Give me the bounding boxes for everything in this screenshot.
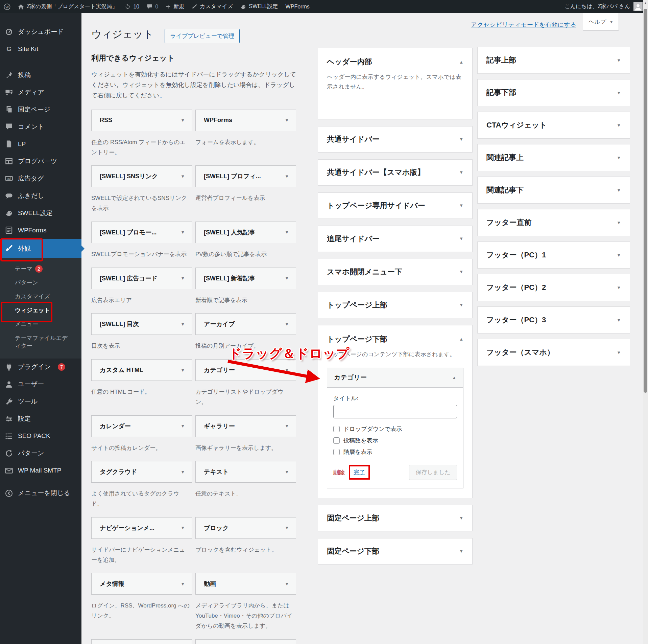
chevron-down-icon[interactable] (617, 156, 621, 160)
chevron-down-icon[interactable] (181, 174, 185, 179)
chevron-down-icon[interactable] (617, 285, 621, 290)
checkbox-option[interactable]: ドロップダウンで表示 (333, 425, 457, 433)
widget-card[interactable]: カスタム HTML (91, 359, 192, 381)
scroll-up-icon[interactable]: ▲ (644, 1, 647, 5)
title-input[interactable] (333, 405, 457, 418)
updates-menu[interactable]: 10 (121, 0, 143, 13)
chevron-down-icon[interactable] (285, 118, 289, 122)
chevron-up-icon[interactable] (459, 60, 463, 64)
chevron-down-icon[interactable] (181, 526, 185, 530)
chevron-down-icon[interactable] (459, 236, 463, 241)
sidebar-item-collapse-menu[interactable]: メニューを閉じる (0, 485, 81, 502)
sidebar-item-wp-mail-smtp[interactable]: WP Mail SMTP (0, 462, 81, 479)
sidebar-item-comments[interactable]: コメント (0, 118, 81, 135)
submenu-item-widgets[interactable]: ウィジェット (0, 304, 81, 318)
wordpress-logo-menu[interactable] (0, 0, 14, 13)
widget-card[interactable]: アーカイブ (195, 313, 296, 335)
chevron-down-icon[interactable] (617, 188, 621, 192)
widget-card[interactable]: カテゴリー (195, 359, 296, 381)
chevron-down-icon[interactable] (617, 123, 621, 128)
submenu-item-customize[interactable]: カスタマイズ (0, 290, 81, 304)
chevron-down-icon[interactable] (285, 230, 289, 234)
widget-area-panel[interactable]: 共通サイドバー【スマホ版】 (318, 159, 473, 186)
widget-card[interactable]: ナビゲーションメ... (91, 517, 192, 539)
sidebar-item-pages[interactable]: 固定ページ (0, 101, 81, 118)
checkbox[interactable] (333, 449, 340, 455)
widget-card[interactable]: [SWELL] 人気記事 (195, 222, 296, 243)
widget-area-panel[interactable]: 固定ページ下部 (318, 538, 473, 565)
done-link[interactable]: 完了 (354, 469, 365, 476)
chevron-down-icon[interactable] (285, 526, 289, 530)
chevron-down-icon[interactable] (459, 303, 463, 307)
delete-link[interactable]: 削除 (333, 468, 345, 476)
submenu-item-themes[interactable]: テーマ 2 (0, 262, 81, 276)
widget-card[interactable]: 固定ページ (91, 639, 192, 644)
chevron-down-icon[interactable] (285, 582, 289, 586)
help-tab[interactable]: ヘルプ ▼ (583, 13, 619, 31)
chevron-down-icon[interactable] (181, 368, 185, 372)
widget-area-panel[interactable]: フッター（PC）3 (477, 306, 630, 334)
chevron-down-icon[interactable] (617, 253, 621, 257)
manage-live-preview-button[interactable]: ライブプレビューで管理 (165, 29, 240, 43)
my-account-menu[interactable]: こんにちは、Z家パパ さん (565, 2, 648, 11)
widget-area-panel[interactable]: 関連記事下 (477, 177, 630, 204)
chevron-down-icon[interactable] (459, 203, 463, 208)
widget-card[interactable]: タグクラウド (91, 461, 192, 483)
category-widget-header[interactable]: カテゴリー (327, 368, 463, 388)
widget-card[interactable]: [SWELL] 新着記事 (195, 268, 296, 289)
widget-card[interactable]: メタ情報 (91, 573, 192, 595)
chevron-down-icon[interactable] (459, 516, 463, 520)
submenu-item-theme-file-editor[interactable]: テーマファイルエディター (0, 331, 81, 353)
checkbox[interactable] (333, 437, 340, 444)
submenu-item-patterns[interactable]: パターン (0, 276, 81, 290)
chevron-down-icon[interactable] (285, 276, 289, 280)
widget-card[interactable]: WPForms (195, 110, 296, 131)
widget-card[interactable]: [SWELL] 広告コード (91, 268, 192, 289)
widget-area-panel[interactable]: トップページ専用サイドバー (318, 192, 473, 219)
checkbox-option[interactable]: 階層を表示 (333, 448, 457, 456)
widget-card[interactable]: ギャラリー (195, 415, 296, 437)
widget-card[interactable]: テキスト (195, 461, 296, 483)
widget-area-panel[interactable]: フッター（PC）2 (477, 274, 630, 301)
chevron-down-icon[interactable] (617, 58, 621, 63)
submenu-item-menus[interactable]: メニュー (0, 318, 81, 331)
widget-area-panel[interactable]: 共通サイドバー (318, 126, 473, 153)
widget-card[interactable]: 最近のコメント (195, 639, 296, 644)
widget-card[interactable]: [SWELL] 目次 (91, 313, 192, 335)
widget-area-panel[interactable]: 追尾サイドバー (318, 226, 473, 252)
sidebar-item-wpforms[interactable]: WPForms (0, 222, 81, 239)
sidebar-item-appearance[interactable]: 外観 (0, 239, 81, 258)
chevron-down-icon[interactable] (181, 276, 185, 280)
sidebar-item-swell-settings[interactable]: SWELL設定 (0, 204, 81, 222)
chevron-down-icon[interactable] (181, 424, 185, 428)
sidebar-item-lp[interactable]: LP (0, 135, 81, 153)
customize-menu[interactable]: カスタマイズ (188, 0, 237, 13)
comments-menu[interactable]: 0 (143, 0, 162, 13)
widget-area-panel[interactable]: CTAウィジェット (477, 112, 630, 139)
sidebar-item-patterns-plugin[interactable]: パターン (0, 445, 81, 462)
widget-area-panel[interactable]: フッター（スマホ） (477, 339, 630, 366)
widget-area-panel[interactable]: 記事下部 (477, 79, 630, 106)
chevron-down-icon[interactable] (617, 350, 621, 355)
chevron-down-icon[interactable] (285, 470, 289, 474)
wpforms-menu[interactable]: WPForms (282, 0, 313, 13)
chevron-down-icon[interactable] (459, 549, 463, 553)
sidebar-item-posts[interactable]: 投稿 (0, 66, 81, 84)
widget-card[interactable]: 動画 (195, 573, 296, 595)
chevron-down-icon[interactable] (617, 91, 621, 95)
widget-area-panel[interactable]: トップページ上部 (318, 292, 473, 318)
sidebar-item-media[interactable]: メディア (0, 84, 81, 101)
chevron-up-icon[interactable] (459, 337, 463, 341)
chevron-down-icon[interactable] (285, 368, 289, 372)
chevron-down-icon[interactable] (181, 582, 185, 586)
checkbox[interactable] (333, 426, 340, 432)
sidebar-item-tools[interactable]: ツール (0, 393, 81, 410)
sidebar-item-fukidashi[interactable]: ふきだし (0, 187, 81, 204)
widget-area-panel[interactable]: 固定ページ上部 (318, 505, 473, 531)
sidebar-item-settings[interactable]: 設定 (0, 410, 81, 428)
widget-card[interactable]: RSS (91, 110, 192, 131)
widget-area-panel[interactable]: 記事上部 (477, 47, 630, 74)
saved-button[interactable]: 保存しました (409, 465, 457, 480)
checkbox-option[interactable]: 投稿数を表示 (333, 437, 457, 444)
widget-area-panel[interactable]: スマホ開閉メニュー下 (318, 259, 473, 285)
